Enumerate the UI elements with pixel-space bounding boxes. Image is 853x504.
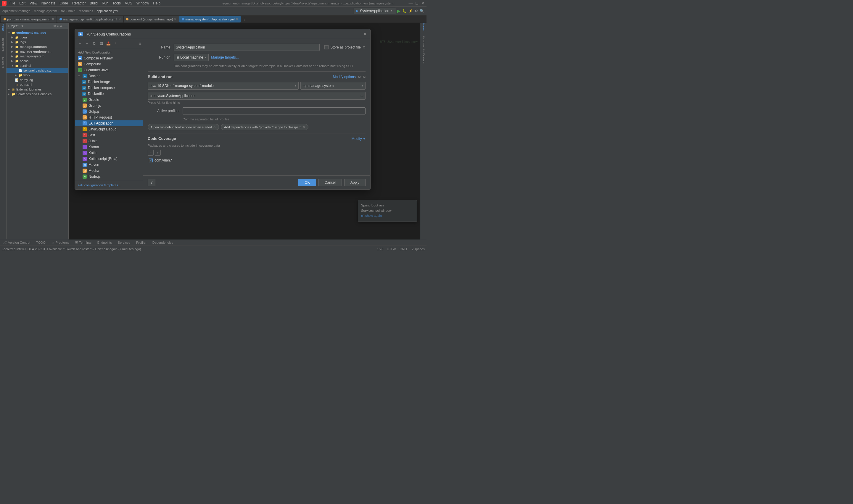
tab-terminal[interactable]: ⊞ Terminal — [74, 240, 93, 245]
apply-button[interactable]: Apply — [344, 179, 366, 186]
modify-coverage-btn[interactable]: Modify ▼ — [351, 137, 366, 141]
tree-manage-system[interactable]: ▶ 📁 manage-system — [6, 54, 68, 58]
config-item-nodejs[interactable]: N Node.js — [75, 174, 143, 180]
config-item-docker-compose[interactable]: 🐳 Docker-compose — [75, 85, 143, 91]
menu-build[interactable]: Build — [88, 1, 100, 6]
config-item-maven[interactable]: m Maven — [75, 162, 143, 168]
modify-options-btn[interactable]: Modify options Alt+M — [333, 75, 366, 79]
maven-icon[interactable]: Maven — [421, 24, 426, 30]
tree-idea[interactable]: ▶ 📁 .idea — [6, 35, 68, 40]
cp-dropdown[interactable]: -cp manage-system ▼ — [300, 82, 366, 90]
file-tab-manage-system-app[interactable]: manage-system\...\application.yml ✕ — [179, 16, 240, 22]
run-on-dropdown[interactable]: 🖥 Local machine ▼ — [174, 54, 209, 61]
panel-icon-4[interactable]: — — [63, 24, 67, 28]
add-config-button[interactable]: + — [77, 40, 83, 47]
bookmarks-icon[interactable]: Bookmarks — [1, 42, 6, 47]
tab-endpoints[interactable]: Endpoints — [96, 240, 113, 245]
tree-manage-equipment[interactable]: ▶ 📁 manage-equipmen... — [6, 49, 68, 54]
config-item-junit[interactable]: J JUnit — [75, 138, 143, 144]
breadcrumb-resources[interactable]: resources — [79, 9, 93, 13]
breadcrumb-project[interactable]: equipment-manage — [2, 9, 31, 13]
tab-close-3[interactable]: ✕ — [174, 17, 176, 21]
config-item-kotlin[interactable]: K Kotlin — [75, 150, 143, 156]
main-class-browse[interactable]: ⊞ — [361, 94, 363, 98]
config-item-jest[interactable]: J Jest — [75, 132, 143, 138]
tree-work[interactable]: ▶ 📁 work — [6, 73, 68, 77]
file-tab-pom-manage-equipment[interactable]: pom.xml (manage-equipment) ✕ — [1, 16, 56, 22]
tree-scratches[interactable]: ▶ 📁 Scratches and Consoles — [6, 92, 68, 96]
config-item-http[interactable]: H HTTP Request — [75, 114, 143, 120]
panel-dropdown[interactable]: ▼ — [21, 24, 24, 28]
config-item-gruntjs[interactable]: G Grunt.js — [75, 103, 143, 109]
config-item-compose-preview[interactable]: ▶ Compose Preview — [75, 55, 143, 61]
tree-logs[interactable]: ▶ 📁 logs — [6, 40, 68, 44]
more-config-button[interactable]: ⋮ — [112, 40, 119, 47]
tab-version-control[interactable]: ⎇ Version Control — [2, 240, 31, 245]
tree-root[interactable]: ▼ 📁 equipment-manage — [6, 30, 68, 35]
config-item-gulpjs[interactable]: G Gulp.js — [75, 109, 143, 114]
name-input[interactable] — [174, 44, 320, 51]
tab-close-4[interactable]: ✕ — [236, 17, 238, 21]
breadcrumb-module[interactable]: manage-system — [34, 9, 57, 13]
run-config-selector[interactable]: ▶ SystemApplication ▼ — [354, 8, 396, 14]
search-button[interactable]: 🔍 — [420, 9, 424, 13]
config-item-docker-image[interactable]: 🐳 Docker Image — [75, 79, 143, 85]
tab-profiler[interactable]: Profiler — [135, 240, 148, 245]
share-config-button[interactable]: 📤 — [105, 40, 111, 47]
menu-edit[interactable]: Edit — [17, 1, 27, 6]
menu-navigate[interactable]: Navigate — [40, 1, 57, 6]
coverage-plus-btn[interactable]: + — [155, 150, 161, 156]
config-item-jar[interactable]: J JAR Application — [75, 120, 143, 126]
tab-services[interactable]: Services — [117, 240, 132, 245]
copy-config-button[interactable]: ⧉ — [91, 40, 98, 47]
save-config-button[interactable]: ▤ — [98, 40, 104, 47]
config-list-collapse[interactable]: ⊟ — [139, 42, 141, 45]
tree-sentinel-dashboard[interactable]: 📄 sentinel-dashboa... — [6, 68, 68, 73]
dialog-close-button[interactable]: ✕ — [363, 32, 367, 36]
coverage-minus-btn[interactable]: − — [148, 150, 154, 156]
main-class-row[interactable]: com.yuan.SystemApplication ⊞ — [148, 92, 366, 100]
tab-todo[interactable]: TODO — [35, 240, 47, 245]
tab-problems[interactable]: ⚠ Problems — [50, 240, 70, 245]
tab-dependencies[interactable]: Dependencies — [151, 240, 174, 245]
tree-pom[interactable]: m pom.xml — [6, 82, 68, 87]
file-tab-pom-equipment-manage[interactable]: pom.xml (equipment-manage) ✕ — [124, 16, 179, 22]
active-profiles-input[interactable] — [182, 107, 366, 114]
config-item-docker[interactable]: ▼ 🐳 Docker — [75, 73, 143, 79]
menu-refactor[interactable]: Refactor — [70, 1, 87, 6]
notifications-icon[interactable]: Notifications — [421, 54, 426, 59]
panel-icon-1[interactable]: ⊕ — [53, 24, 56, 28]
breadcrumb-file[interactable]: application.yml — [97, 9, 118, 13]
panel-icon-3[interactable]: ⚙ — [59, 24, 63, 28]
breadcrumb-src[interactable]: src — [60, 9, 65, 13]
run-button[interactable]: ▶ — [397, 8, 400, 13]
more-tabs-btn[interactable]: ⋮ — [242, 17, 246, 21]
config-item-mocha[interactable]: M Mocha — [75, 168, 143, 174]
panel-icon-2[interactable]: ≡ — [57, 24, 58, 28]
menu-file[interactable]: File — [8, 1, 17, 6]
menu-help[interactable]: Help — [151, 1, 162, 6]
config-item-karma[interactable]: K Karma — [75, 144, 143, 150]
profile-button[interactable]: ⚡ — [408, 9, 413, 13]
tag-close-2[interactable]: ✕ — [302, 125, 305, 129]
menu-tools[interactable]: Tools — [111, 1, 123, 6]
remove-config-button[interactable]: − — [84, 40, 90, 47]
project-icon[interactable]: Project — [1, 24, 6, 30]
settings-button[interactable]: ⚙ — [415, 9, 418, 13]
config-item-js-debug[interactable]: J JavaScript Debug — [75, 126, 143, 132]
sdk-dropdown[interactable]: java 19 SDK of 'manage-system' module ▼ — [148, 82, 299, 90]
menu-run[interactable]: Run — [100, 1, 110, 6]
tree-sentinel[interactable]: ▼ 📁 sentinel — [6, 63, 68, 68]
tab-close-2[interactable]: ✕ — [118, 17, 121, 21]
config-item-gradle[interactable]: G Gradle — [75, 97, 143, 103]
tree-external-libs[interactable]: ▶ ⊞ External Libraries — [6, 87, 68, 92]
store-project-file-settings[interactable]: ⚙ — [363, 46, 366, 49]
tree-derby-log[interactable]: 📝 derby.log — [6, 77, 68, 82]
menu-code[interactable]: Code — [58, 1, 70, 6]
tab-close-1[interactable]: ✕ — [52, 17, 54, 21]
menu-view[interactable]: View — [28, 1, 39, 6]
tree-nacos[interactable]: ▶ 📁 nacos — [6, 58, 68, 63]
menu-window[interactable]: Window — [135, 1, 151, 6]
config-item-compound[interactable]: ⊕ Compound — [75, 61, 143, 67]
breadcrumb-main[interactable]: main — [68, 9, 75, 13]
